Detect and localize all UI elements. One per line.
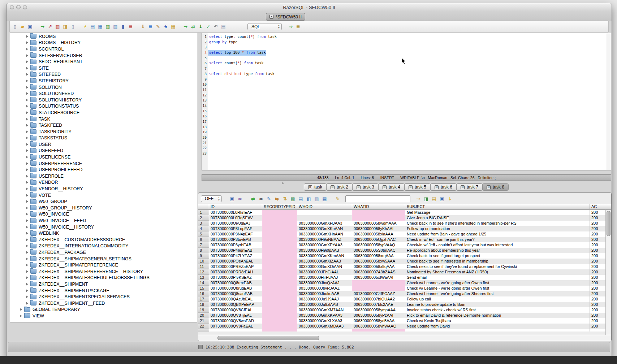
cell-recordtypeid[interactable] [262,253,297,259]
row-number-cell[interactable]: 20 [198,313,209,318]
tab-close-icon[interactable]: × [308,185,312,189]
tree-item[interactable]: SOLUTIONFEED [10,90,197,97]
cell-whatid[interactable]: 00630000007A3bZAAS [352,269,405,275]
tree-item[interactable]: SITE [10,65,197,72]
list-icon[interactable]: ≡ [128,23,134,30]
vertical-scrollbar-thumb[interactable] [607,211,610,236]
expand-arrow-icon[interactable] [26,35,28,38]
tree-item[interactable]: SFDC_REGISTRANT [10,58,197,65]
document-tab[interactable]: × *SFDCW50 II [266,13,305,21]
import-data-icon[interactable]: ▧ [105,23,111,30]
cell-whatid[interactable]: 006300000058ypVAAQ [352,242,405,248]
tree-item[interactable]: ZKFEDEX__SHIPMATEPREFERENCE [10,262,197,268]
import-connection-icon[interactable]: → [39,23,46,30]
cell-whatid[interactable]: 00630000007blc2AAE [352,302,405,307]
cell-whoid[interactable]: 0033000000JFhGlAAL [297,269,352,275]
table-row[interactable]: 1200T3000000PRR8rEAH0033000000JFhGlAAL00… [198,269,611,275]
results-horizontal-scrollbar[interactable] [198,335,611,341]
expand-arrow-icon[interactable] [26,86,28,89]
cell-whoid[interactable]: 0033000000GmXOiAAN [297,264,352,269]
fit-columns-icon[interactable]: ⇆ [274,196,280,202]
cell-subject[interactable]: Check-in w/ Jeff - couldn't afford last … [405,242,590,248]
go-icon[interactable]: → [182,23,189,30]
row-number-cell[interactable]: 15 [198,286,209,291]
editor-line-text[interactable] [208,140,209,146]
expand-arrow-icon[interactable] [26,194,28,197]
table-row[interactable]: 1700T3000000QAeJbEAL0033000000Ju9J9AAJ00… [198,296,611,302]
expand-arrow-icon[interactable] [26,283,28,286]
cell-subject[interactable]: Send email [405,275,590,280]
sql-editor[interactable]: 1select type, count(*) from task2group b… [202,33,611,170]
insert-row-icon[interactable]: ◨ [423,196,429,202]
row-number-cell[interactable]: 1 [198,210,209,215]
expand-arrow-icon[interactable] [26,244,28,247]
column-header[interactable]: WHOID [297,204,352,210]
editor-line-text[interactable] [208,93,209,98]
cell-whoid[interactable]: 0033000000JbukoAAB [297,291,352,296]
row-number-cell[interactable]: 11 [198,264,209,269]
cell-recordtypeid[interactable] [262,318,297,324]
column-header[interactable]: ID [209,204,262,210]
expand-arrow-icon[interactable] [26,73,28,76]
tab-close-icon[interactable]: × [357,185,361,189]
table-row[interactable]: 2100T3000000QV8wsEAD0033000000GmXLXAA300… [198,318,611,324]
cell-whoid[interactable] [297,210,352,215]
cell-id[interactable]: 00T3000000PREZaEAP [209,264,262,269]
form-icon[interactable]: ▤ [90,23,96,30]
result-tab[interactable]: ×task [304,183,327,191]
new-table-icon[interactable]: ◨ [62,23,68,30]
expand-arrow-icon[interactable] [26,124,28,127]
cell-whatid[interactable] [352,286,405,291]
row-number-cell[interactable]: 12 [198,269,209,275]
cell-id[interactable]: 00T3000000P3tuvEAB [209,237,262,242]
cell-subject[interactable]: Get Massage [405,210,590,215]
expand-arrow-icon[interactable] [26,118,28,121]
expand-arrow-icon[interactable] [26,232,28,235]
tree-item[interactable]: USERFEED [10,148,197,154]
editor-line-text[interactable] [208,98,209,103]
table-row[interactable]: 2200T3000000QV9FaEAL0033000000GmXMDAA300… [198,324,611,329]
commit-icon[interactable]: ✓ [205,23,211,30]
cell-recordtypeid[interactable] [262,291,297,296]
tab-close-icon[interactable]: × [269,15,273,19]
tree-item[interactable]: ZKFEDEX__SHIPMATEGENERALSETTINGS [10,256,197,262]
cell-whatid[interactable] [352,280,405,286]
cell-subject[interactable]: Follow-up on nomination [405,226,590,231]
tree-item[interactable]: ZKFEDEX__SHIPMATEPREFERENCE__HISTORY [10,268,197,275]
tree-item[interactable]: ZKFEDEX__SHIPMENT [10,281,197,287]
cell-whoid[interactable]: 0033000000GmXKPAA3 [297,313,352,318]
cell-subject[interactable]: Check back to see if good target prospec… [405,253,590,259]
database-object-icon[interactable]: ▯ [70,23,76,30]
cell-whoid[interactable]: 0033000000Ju9zlAAB [297,302,352,307]
tab-close-icon[interactable]: × [409,185,413,189]
fetch-more-icon[interactable]: ↓ [447,196,453,202]
cell-id[interactable]: 00T3000000P46qnEAB [209,248,262,253]
editor-line-text[interactable] [208,130,209,135]
tree-item[interactable]: VENDOR__HISTORY [10,186,197,192]
editor-line-text[interactable] [208,66,209,72]
open-file-icon[interactable]: ▰ [20,23,26,30]
tree-item[interactable]: W50_INVOICE [10,211,197,218]
row-number-cell[interactable]: 4 [198,226,209,231]
save-results-icon[interactable]: ▣ [229,196,235,202]
column-header[interactable]: SUBJECT [405,204,590,210]
editor-line-text[interactable] [208,87,209,93]
tree-item[interactable]: ZKFEDEX__SHIPMENTSPECIALSERVICES [10,294,197,300]
cell-recordtypeid[interactable] [262,221,297,226]
cell-recordtypeid[interactable] [262,231,297,237]
describe-table-icon[interactable]: ≡ [295,23,301,30]
editor-line-text[interactable] [208,114,209,119]
editor-line-text[interactable] [208,151,209,156]
tree-item[interactable]: W50_GROUP [10,198,197,205]
result-tab[interactable]: ×task 2 [326,183,353,191]
column-header[interactable]: RECORDTYPEID [262,204,297,210]
cell-id[interactable]: 00T3000000PfvKSEAZ [209,275,262,280]
row-number-cell[interactable] [198,329,209,332]
cell-whatid[interactable] [352,210,405,215]
expand-arrow-icon[interactable] [26,136,28,139]
cell-whatid[interactable]: 006300000058ympAAA [352,307,405,313]
form-view-icon[interactable]: ▤ [298,196,304,202]
editor-line-text[interactable] [208,109,209,114]
row-number-cell[interactable]: 17 [198,296,209,302]
expand-arrow-icon[interactable] [26,238,28,241]
